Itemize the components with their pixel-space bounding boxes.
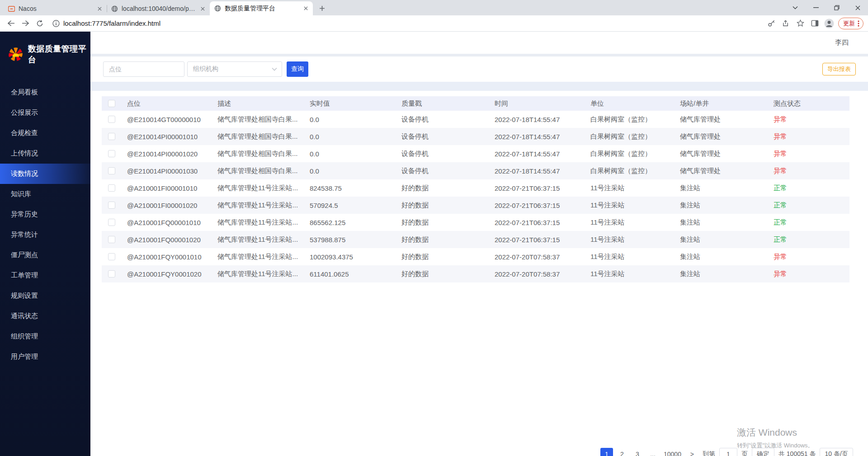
status-badge: 正常 <box>774 235 787 243</box>
cell-realtime-value: 0.0 <box>310 111 401 128</box>
tab-title: 数据质量管理平台 <box>225 5 298 13</box>
tab-close-icon[interactable] <box>199 5 206 12</box>
chrome-update-button[interactable]: 更新 <box>838 18 863 29</box>
search-button[interactable]: 查询 <box>287 61 308 77</box>
share-button[interactable] <box>779 17 792 30</box>
table-row[interactable]: @E210014PI00001020 储气库管理处相国寺白果... 0.0 设备… <box>102 145 849 162</box>
table-row[interactable]: @E210014GT00000010 储气库管理处相国寺白果... 0.0 设备… <box>102 111 849 128</box>
cell-quality-stamp: 好的数据 <box>401 231 495 248</box>
sidebar-item[interactable]: 用户管理 <box>0 347 90 367</box>
sidebar-item[interactable]: 读数情况 <box>0 164 90 184</box>
row-checkbox[interactable] <box>108 253 115 260</box>
jump-suffix-label: 页 <box>741 450 748 456</box>
page-button[interactable]: 1 <box>600 448 613 456</box>
page-jump-input[interactable] <box>719 448 737 456</box>
row-checkbox[interactable] <box>108 202 115 209</box>
row-checkbox[interactable] <box>108 184 115 192</box>
window-restore-button[interactable] <box>826 0 847 15</box>
table-row[interactable]: @A210001FQ00001020 储气库管理处11号注采站... 53798… <box>102 231 849 248</box>
page-button[interactable]: ... <box>646 448 659 456</box>
table-row[interactable]: @A210001FQY0001020 储气库管理处11号注采站... 61140… <box>102 265 849 282</box>
col-header-point: 点位 <box>127 96 217 111</box>
status-badge: 正常 <box>774 184 787 192</box>
window-close-button[interactable] <box>847 0 868 15</box>
new-tab-button[interactable] <box>316 2 328 14</box>
jump-confirm-button[interactable]: 确定 <box>752 448 774 456</box>
cell-unit: 白果树阀室（监控） <box>590 128 680 145</box>
sidebar-item[interactable]: 知识库 <box>0 184 90 204</box>
table-row[interactable]: @E210014PI00001030 储气库管理处相国寺白果... 0.0 设备… <box>102 162 849 179</box>
cell-description: 储气库管理处11号注采站... <box>217 265 310 282</box>
row-checkbox[interactable] <box>108 150 115 157</box>
brand: 数据质量管理平台 <box>0 32 90 76</box>
table-header-row: 点位 描述 实时值 质量戳 时间 单位 场站/单井 测点状态 <box>102 96 849 111</box>
back-button[interactable] <box>5 17 17 30</box>
cell-timestamp: 2022-07-21T06:37:15 <box>495 214 590 231</box>
profile-button[interactable] <box>823 17 835 30</box>
readings-table-panel: 点位 描述 实时值 质量戳 时间 单位 场站/单井 测点状态 <box>90 91 868 456</box>
update-label: 更新 <box>843 19 855 28</box>
sidebar-item[interactable]: 僵尸测点 <box>0 245 90 265</box>
table-row[interactable]: @A210001FI00001020 储气库管理处11号注采站... 57092… <box>102 197 849 214</box>
plus-icon <box>319 5 325 11</box>
page-button[interactable]: 10000 <box>662 448 683 456</box>
page-button[interactable]: > <box>686 448 698 456</box>
page-button[interactable]: 3 <box>631 448 644 456</box>
table-row[interactable]: @E210014PI00001010 储气库管理处相国寺白果... 0.0 设备… <box>102 128 849 145</box>
table-row[interactable]: @A210001FI00001010 储气库管理处11号注采站... 82453… <box>102 179 849 197</box>
tab-nacos[interactable]: Nacos <box>4 2 107 15</box>
sidebar-item[interactable]: 工单管理 <box>0 265 90 286</box>
col-header-value: 实时值 <box>310 96 401 111</box>
row-checkbox[interactable] <box>108 167 115 174</box>
row-checkbox[interactable] <box>108 133 115 140</box>
reload-button[interactable] <box>33 17 46 30</box>
globe-icon <box>214 5 221 12</box>
sidebar-item[interactable]: 上传情况 <box>0 143 90 164</box>
org-select[interactable]: 组织机构 <box>187 61 282 77</box>
cell-realtime-value: 0.0 <box>310 145 401 162</box>
col-header-quality: 质量戳 <box>401 96 495 111</box>
sidebar-item[interactable]: 公报展示 <box>0 103 90 123</box>
sidebar-item[interactable]: 规则设置 <box>0 286 90 306</box>
sidebar-item-label: 组织管理 <box>11 332 38 341</box>
sidebar-item[interactable]: 合规检查 <box>0 123 90 143</box>
forward-button[interactable] <box>19 17 32 30</box>
export-report-button[interactable]: 导出报表 <box>822 63 856 75</box>
bookmark-button[interactable] <box>794 17 807 30</box>
sidebar-item[interactable]: 通讯状态 <box>0 306 90 326</box>
sidebar-item[interactable]: 异常统计 <box>0 225 90 245</box>
address-bar[interactable]: localhost:7775/falarm/index.html <box>48 17 763 30</box>
window-menu-button[interactable] <box>785 0 806 15</box>
cell-description: 储气库管理处11号注采站... <box>217 179 310 197</box>
current-user[interactable]: 李四 <box>835 38 849 47</box>
tab-localhost-demo[interactable]: localhost:10040/demo/psjdbc <box>107 2 210 15</box>
sidebar-item[interactable]: 异常历史 <box>0 204 90 225</box>
nacos-favicon-icon <box>8 5 15 12</box>
tab-close-icon[interactable] <box>302 5 309 12</box>
point-search-input[interactable] <box>103 61 184 77</box>
side-panel-button[interactable] <box>808 17 821 30</box>
table-row[interactable]: @A210001FQY0001010 储气库管理处11号注采站... 10020… <box>102 248 849 265</box>
page-size-select[interactable]: 10 条/页 <box>820 448 853 456</box>
row-checkbox[interactable] <box>108 270 115 277</box>
sidebar-item[interactable]: 组织管理 <box>0 326 90 347</box>
cell-unit: 11号注采站 <box>590 231 680 248</box>
window-minimize-button[interactable] <box>806 0 826 15</box>
site-info-icon[interactable] <box>52 20 60 27</box>
sidebar-item-label: 公报展示 <box>11 108 38 117</box>
row-checkbox[interactable] <box>108 219 115 226</box>
password-manager-button[interactable] <box>765 17 778 30</box>
tab-data-quality-platform[interactable]: 数据质量管理平台 <box>210 1 313 15</box>
row-checkbox[interactable] <box>108 236 115 243</box>
row-checkbox[interactable] <box>108 116 115 123</box>
readings-table: 点位 描述 实时值 质量戳 时间 单位 场站/单井 测点状态 <box>102 96 849 282</box>
cell-point-id: @A210001FQ00001010 <box>127 214 217 231</box>
sidebar-item[interactable]: 全局看板 <box>0 82 90 103</box>
tab-close-icon[interactable] <box>96 5 103 12</box>
reload-icon <box>36 20 43 27</box>
cell-quality-stamp: 设备停机 <box>401 162 495 179</box>
cell-timestamp: 2022-07-21T06:37:15 <box>495 231 590 248</box>
select-all-checkbox[interactable] <box>108 100 115 107</box>
page-button[interactable]: 2 <box>616 448 628 456</box>
table-row[interactable]: @A210001FQ00001010 储气库管理处11号注采站... 86556… <box>102 214 849 231</box>
